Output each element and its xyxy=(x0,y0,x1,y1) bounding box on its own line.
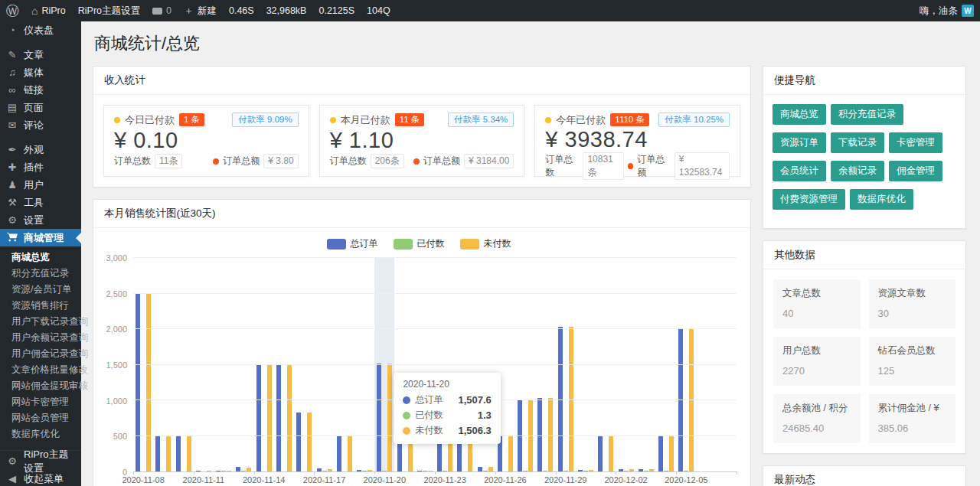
account-menu[interactable]: 嗨，油条 W xyxy=(913,0,980,21)
sidebar-item-外观[interactable]: ✒外观 xyxy=(0,141,81,158)
bar-group-2020-11-08[interactable] xyxy=(133,258,153,471)
bar-group-2020-11-19[interactable] xyxy=(354,258,374,471)
y-axis-label: 1,000 xyxy=(106,396,127,406)
quick-nav-button-付费资源管理[interactable]: 付费资源管理 xyxy=(773,189,845,210)
bar-group-2020-11-12[interactable] xyxy=(214,258,234,471)
bar-总订单 xyxy=(317,468,322,471)
income-stats-panel: 收入统计 今日已付款1 条付款率 9.09%¥ 0.10订单总数11条订单总额¥… xyxy=(93,66,751,188)
bar-group-2020-11-14[interactable] xyxy=(254,258,274,471)
sidebar-item-工具[interactable]: ⚒工具 xyxy=(0,194,81,211)
sidebar-item-页面[interactable]: ▤页面 xyxy=(0,99,81,116)
bar-group-2020-12-06[interactable] xyxy=(696,258,716,471)
tooltip-row-已付数: 已付数1.3 xyxy=(403,409,491,422)
sidebar-item-链接[interactable]: ∞链接 xyxy=(0,81,81,99)
quick-nav-button-积分充值记录[interactable]: 积分充值记录 xyxy=(831,104,903,125)
legend-item-未付数[interactable]: 未付数 xyxy=(460,237,511,250)
tooltip-series-label: 已付数 xyxy=(415,409,443,422)
site-name: RiPro xyxy=(41,5,65,16)
order-amount-group: 订单总额¥ 3.80 xyxy=(213,154,298,168)
submenu-item-资源/会员订单[interactable]: 资源/会员订单 xyxy=(0,282,81,298)
new-content-menu[interactable]: ＋ 新建 xyxy=(178,0,223,21)
submenu-item-网站会员管理[interactable]: 网站会员管理 xyxy=(0,410,81,426)
sidebar-item-文章[interactable]: ✎文章 xyxy=(0,46,81,64)
other-data-value: 40 xyxy=(782,308,851,319)
legend-item-已付数[interactable]: 已付数 xyxy=(394,237,445,250)
bar-group-2020-12-02[interactable] xyxy=(616,258,635,471)
sidebar-item-收起菜单[interactable]: ◀收起菜单 xyxy=(0,470,81,486)
legend-item-总订单[interactable]: 总订单 xyxy=(327,237,378,250)
bar-group-2020-11-15[interactable] xyxy=(274,258,294,471)
sidebar-item-label: 收起菜单 xyxy=(24,472,64,486)
cart-icon xyxy=(6,232,18,244)
quick-nav-button-卡密管理[interactable]: 卡密管理 xyxy=(889,132,942,153)
sidebar-item-媒体[interactable]: ♫媒体 xyxy=(0,64,81,81)
sidebar-item-设置[interactable]: ⚙设置 xyxy=(0,211,81,229)
quick-nav-button-下载记录[interactable]: 下载记录 xyxy=(831,132,884,153)
theme-settings-link[interactable]: RiPro主题设置 xyxy=(72,0,146,21)
sidebar-item-仪表盘[interactable]: ◔仪表盘 xyxy=(0,21,81,39)
quick-nav-button-佣金管理[interactable]: 佣金管理 xyxy=(889,161,942,181)
quick-nav-button-数据库优化[interactable]: 数据库优化 xyxy=(850,189,913,210)
bar-group-2020-11-11[interactable] xyxy=(194,258,214,471)
bar-group-2020-11-28[interactable] xyxy=(535,258,555,471)
admin-sidebar: ◔仪表盘✎文章♫媒体∞链接▤页面✉评论✒外观✚插件♟用户⚒工具⚙设置商城管理 商… xyxy=(0,21,81,486)
bar-group-2020-12-05[interactable] xyxy=(676,258,696,471)
chart-tooltip: 2020-11-20 总订单1,507.6已付数1.3未付数1,506.3 xyxy=(394,373,500,444)
sidebar-item-插件[interactable]: ✚插件 xyxy=(0,158,81,176)
quick-nav-button-余额记录[interactable]: 余额记录 xyxy=(831,161,884,181)
site-menu[interactable]: ⌂ RiPro xyxy=(25,0,72,21)
submenu-item-网站佣金提现审核[interactable]: 网站佣金提现审核 xyxy=(0,378,81,394)
bar-已付数 xyxy=(523,471,528,472)
bar-group-2020-12-07[interactable] xyxy=(717,258,737,471)
submenu-item-用户下载记录查询[interactable]: 用户下载记录查询 xyxy=(0,314,81,330)
bar-group-2020-11-13[interactable] xyxy=(234,258,253,471)
bar-group-2020-11-29[interactable] xyxy=(556,258,576,471)
submenu-item-积分充值记录[interactable]: 积分充值记录 xyxy=(0,266,81,282)
submenu-item-资源销售排行[interactable]: 资源销售排行 xyxy=(0,298,81,314)
activity-title: 最新动态 xyxy=(763,466,965,486)
quick-nav-panel: 便捷导航 商城总览积分充值记录资源订单下载记录卡密管理会员统计余额记录佣金管理付… xyxy=(763,66,966,229)
submenu-item-用户佣金记录查询[interactable]: 用户佣金记录查询 xyxy=(0,346,81,362)
quick-nav-button-资源订单[interactable]: 资源订单 xyxy=(773,132,826,153)
bar-未付数 xyxy=(146,293,151,471)
order-amount-group: 订单总额¥ 132583.74 xyxy=(628,152,730,180)
submenu-item-数据库优化[interactable]: 数据库优化 xyxy=(0,426,81,442)
submenu-item-商城总览[interactable]: 商城总览 xyxy=(0,250,81,266)
tooltip-date: 2020-11-20 xyxy=(403,379,491,390)
bar-未付数 xyxy=(428,471,433,472)
chart-legend: 总订单已付数未付数 xyxy=(101,237,737,250)
submenu-item-文章价格批量修改[interactable]: 文章价格批量修改 xyxy=(0,362,81,378)
bar-group-2020-11-09[interactable] xyxy=(153,258,173,471)
paid-count-badge: 11 条 xyxy=(395,113,425,126)
bar-group-2020-11-18[interactable] xyxy=(335,258,354,471)
income-amount: ¥ 0.10 xyxy=(114,128,299,153)
sidebar-item-RiPro主题设置[interactable]: ⚙RiPro主题设置 xyxy=(0,452,81,470)
quick-nav-button-商城总览[interactable]: 商城总览 xyxy=(773,104,826,125)
bar-group-2020-11-20[interactable] xyxy=(374,258,394,471)
sidebar-item-评论[interactable]: ✉评论 xyxy=(0,116,81,134)
main-content: 商城统计/总览 收入统计 今日已付款1 条付款率 9.09%¥ 0.10订单总数… xyxy=(81,21,980,486)
bar-group-2020-12-04[interactable] xyxy=(656,258,676,471)
submenu-item-网站卡密管理[interactable]: 网站卡密管理 xyxy=(0,394,81,410)
submenu-item-用户余额记录查询[interactable]: 用户余额记录查询 xyxy=(0,330,81,346)
quick-nav-button-会员统计[interactable]: 会员统计 xyxy=(773,161,826,181)
bar-已付数 xyxy=(443,471,447,472)
bar-group-2020-11-27[interactable] xyxy=(515,258,535,471)
bar-group-2020-11-16[interactable] xyxy=(294,258,314,471)
sidebar-item-用户[interactable]: ♟用户 xyxy=(0,176,81,194)
bar-group-2020-11-10[interactable] xyxy=(174,258,194,471)
wordpress-logo-icon[interactable]: Ⓦ xyxy=(0,0,25,21)
bar-group-2020-11-17[interactable] xyxy=(314,258,334,471)
pages-icon: ▤ xyxy=(6,102,18,113)
sidebar-item-商城管理[interactable]: 商城管理 xyxy=(0,229,81,246)
income-card-header: 今日已付款1 条付款率 9.09% xyxy=(114,113,299,127)
bar-group-2020-11-30[interactable] xyxy=(576,258,596,471)
x-axis-label: 2020-11-11 xyxy=(183,475,225,484)
bar-group-2020-12-01[interactable] xyxy=(596,258,616,471)
comments-menu[interactable]: 0 xyxy=(146,0,178,21)
tools-icon: ⚒ xyxy=(6,197,18,208)
x-axis-label: 2020-11-17 xyxy=(303,475,345,484)
bar-group-2020-12-03[interactable] xyxy=(636,258,656,471)
pay-rate-badge: 付款率 10.25% xyxy=(658,113,730,127)
comment-icon xyxy=(152,8,162,15)
